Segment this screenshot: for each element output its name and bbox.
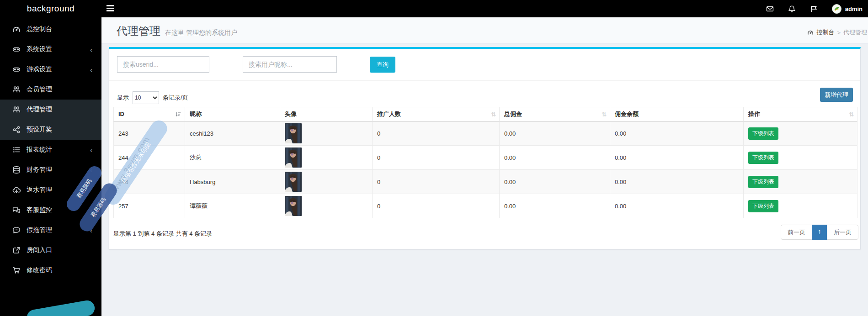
- sub-list-button[interactable]: 下级列表: [748, 200, 778, 212]
- sidebar-toggle-icon[interactable]: [107, 5, 115, 12]
- external-link-icon: [12, 246, 21, 254]
- cell-id: 246: [114, 170, 185, 194]
- sidebar-item-label: 会员管理: [27, 85, 52, 94]
- comments-icon: [12, 206, 21, 214]
- sidebar-item-label: 修改密码: [27, 266, 52, 274]
- sidebar-item-6[interactable]: 预设开奖: [0, 120, 101, 140]
- sidebar-item-9[interactable]: 返水管理: [0, 180, 101, 200]
- cart-icon: [12, 266, 21, 274]
- column-label: ID: [118, 111, 124, 117]
- sidebar-item-10[interactable]: 客服监控‹: [0, 200, 101, 220]
- pagination-prev[interactable]: 前一页: [781, 225, 812, 240]
- agents-table: ID昵称头像推广人数⇅总佣金⇅佣金余额操作⇅ 243ceshi12300.000…: [113, 107, 857, 218]
- sidebar-item-4[interactable]: 会员管理: [0, 79, 101, 100]
- sort-icon[interactable]: ⇅: [849, 111, 854, 118]
- cell-promo-count: 0: [373, 170, 500, 194]
- cell-actions: 下级列表: [744, 170, 857, 194]
- breadcrumb: 控制台 > 代理管理: [807, 28, 867, 37]
- add-agent-button[interactable]: 新增代理: [820, 88, 853, 102]
- top-bar: background admin: [0, 0, 868, 17]
- sidebar-item-11[interactable]: 假拖管理‹: [0, 220, 101, 240]
- cell-promo-count: 0: [373, 121, 500, 146]
- cell-nickname: ceshi123: [185, 121, 280, 146]
- cell-total-commission: 0.00: [500, 194, 610, 218]
- dashboard-icon: [807, 29, 814, 36]
- sort-asc-icon[interactable]: [175, 111, 181, 119]
- column-label: 推广人数: [377, 111, 401, 117]
- divider: [109, 80, 860, 81]
- table-row: 257谭薇薇00.000.00下级列表: [114, 194, 857, 218]
- column-label: 昵称: [190, 111, 202, 117]
- column-header-6[interactable]: 操作⇅: [744, 107, 857, 121]
- sidebar-item-label: 假拖管理: [27, 226, 52, 234]
- breadcrumb-separator: >: [837, 29, 841, 36]
- cell-avatar: [280, 194, 373, 218]
- topbar-icons: admin: [766, 0, 868, 17]
- sub-list-button[interactable]: 下级列表: [748, 127, 778, 140]
- cell-actions: 下级列表: [744, 194, 857, 218]
- sidebar-item-label: 报表统计: [27, 146, 52, 154]
- column-label: 头像: [285, 111, 297, 117]
- user-name: admin: [845, 5, 863, 12]
- column-label: 佣金余额: [615, 111, 639, 117]
- sort-icon[interactable]: ⇅: [602, 111, 607, 118]
- sidebar-item-1[interactable]: 总控制台: [0, 19, 101, 39]
- sidebar-item-2[interactable]: 系统设置‹: [0, 39, 101, 59]
- avatar-image: [285, 147, 372, 168]
- sub-list-button[interactable]: 下级列表: [748, 176, 778, 188]
- sidebar-item-13[interactable]: 修改密码: [0, 260, 101, 280]
- column-header-5[interactable]: 佣金余额: [610, 107, 744, 121]
- sidebar-item-3[interactable]: 游戏设置‹: [0, 59, 101, 79]
- page-title-text: 代理管理: [117, 25, 160, 37]
- chevron-left-icon: ‹: [90, 66, 92, 74]
- per-page-select[interactable]: 10: [133, 91, 159, 104]
- search-userid-input[interactable]: [117, 56, 209, 73]
- list-icon: [12, 146, 21, 154]
- pagination-page-1[interactable]: 1: [812, 225, 827, 240]
- cell-commission-balance: 0.00: [610, 170, 744, 194]
- search-button[interactable]: 查询: [370, 57, 395, 73]
- app-logo[interactable]: background: [0, 0, 101, 17]
- pagination-next[interactable]: 后一页: [827, 225, 858, 240]
- chevron-left-icon: ‹: [90, 146, 92, 154]
- avatar-image: [285, 172, 372, 192]
- cell-commission-balance: 0.00: [610, 146, 744, 170]
- breadcrumb-current: 代理管理: [843, 28, 867, 37]
- sidebar-item-7[interactable]: 报表统计‹: [0, 140, 101, 160]
- cell-promo-count: 0: [373, 146, 500, 170]
- column-header-2[interactable]: 头像: [280, 107, 373, 121]
- chevron-left-icon: ‹: [90, 46, 92, 53]
- user-menu[interactable]: admin: [832, 4, 863, 14]
- sidebar-item-8[interactable]: 财务管理‹: [0, 160, 101, 180]
- user-avatar: [832, 4, 841, 14]
- sidebar-item-label: 总控制台: [27, 25, 52, 33]
- sidebar-item-12[interactable]: 房间入口: [0, 240, 101, 260]
- envelope-icon[interactable]: [766, 5, 774, 13]
- sub-list-button[interactable]: 下级列表: [748, 152, 778, 164]
- search-nickname-input[interactable]: [243, 56, 337, 73]
- sort-icon[interactable]: ⇅: [491, 111, 496, 118]
- cell-actions: 下级列表: [744, 146, 857, 170]
- flag-icon[interactable]: [810, 5, 818, 13]
- breadcrumb-home[interactable]: 控制台: [816, 28, 834, 37]
- users-icon: [12, 85, 21, 94]
- cell-commission-balance: 0.00: [610, 194, 744, 218]
- table-row: 246Habsburg00.000.00下级列表: [114, 170, 857, 194]
- sidebar-item-5[interactable]: 代理管理: [0, 100, 101, 120]
- column-header-4[interactable]: 总佣金⇅: [500, 107, 610, 121]
- column-header-3[interactable]: 推广人数⇅: [373, 107, 500, 121]
- avatar-image: [285, 196, 372, 216]
- table-row: 243ceshi12300.000.00下级列表: [114, 121, 857, 146]
- sidebar-item-label: 房间入口: [27, 246, 52, 254]
- show-label: 显示: [117, 94, 129, 102]
- avatar-image: [285, 123, 372, 143]
- nodes-icon: [12, 126, 21, 134]
- per-page-suffix: 条记录/页: [163, 94, 188, 102]
- chevron-left-icon: ‹: [90, 166, 92, 174]
- cell-id: 244: [114, 146, 185, 170]
- sidebar-item-label: 预设开奖: [27, 126, 52, 134]
- cell-avatar: [280, 170, 373, 194]
- column-header-1[interactable]: 昵称: [185, 107, 280, 121]
- column-header-0[interactable]: ID: [114, 107, 185, 121]
- bell-icon[interactable]: [788, 5, 796, 13]
